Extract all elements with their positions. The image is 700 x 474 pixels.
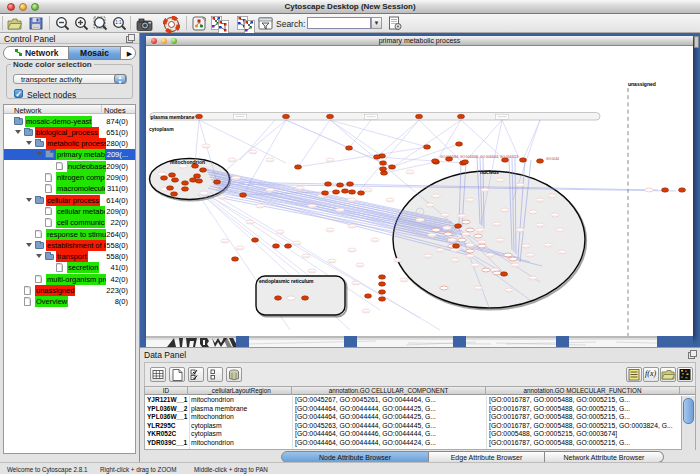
svg-text:GO:0044: GO:0044 [546, 157, 559, 161]
svg-text:cytoplasm: cytoplasm [149, 126, 174, 132]
svg-text:endoplasmic reticulum: endoplasmic reticulum [259, 278, 314, 284]
svg-text:GO:0044464, GO:0044446, GO:004: GO:0044464, GO:0044446, GO:0044444, GO:0… [440, 155, 519, 159]
svg-text:mitochondrion: mitochondrion [170, 159, 205, 165]
svg-text:plasma membrane: plasma membrane [151, 114, 195, 120]
svg-text:1:1: 1:1 [115, 20, 122, 25]
svg-text:nucleus: nucleus [480, 169, 499, 175]
svg-text:unassigned: unassigned [628, 81, 656, 87]
